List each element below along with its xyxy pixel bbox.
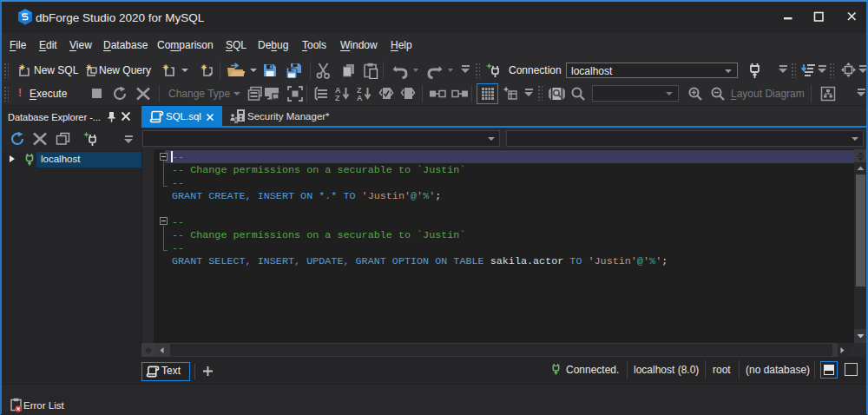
svg-text:Z: Z xyxy=(335,94,340,102)
svg-text:A: A xyxy=(357,94,363,102)
